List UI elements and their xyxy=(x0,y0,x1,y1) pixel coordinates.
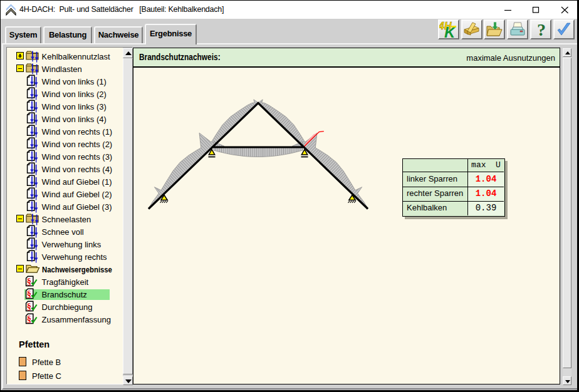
svg-text:4H: 4H xyxy=(439,21,452,31)
svg-text:?: ? xyxy=(537,21,546,38)
